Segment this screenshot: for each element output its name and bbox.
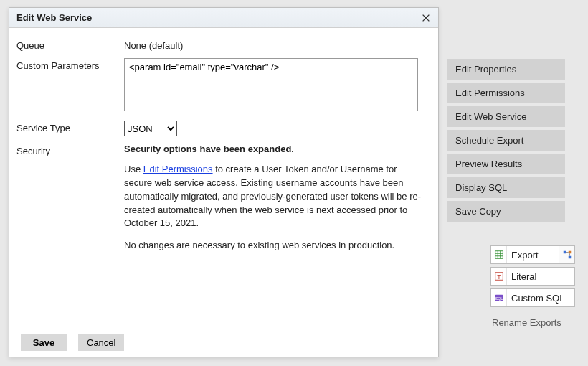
tool-export-split[interactable] (559, 246, 574, 263)
svg-text:T: T (497, 273, 501, 281)
tool-export[interactable]: Export (490, 245, 575, 264)
dialog-title: Edit Web Service (16, 12, 419, 23)
security-p1-pre: Use (124, 164, 143, 174)
label-queue: Queue (16, 38, 124, 51)
side-item-edit-permissions[interactable]: Edit Permissions (447, 83, 565, 103)
dialog-header: Edit Web Service (9, 8, 438, 28)
label-custom-params: Custom Parameters (16, 58, 124, 71)
row-custom-params: Custom Parameters (16, 58, 427, 113)
tool-custom-sql[interactable]: SQL Custom SQL (490, 288, 575, 307)
side-item-label: Edit Permissions (455, 88, 525, 98)
svg-text:SQL: SQL (495, 296, 503, 301)
rename-exports-row: Rename Exports (490, 317, 575, 328)
side-item-display-sql[interactable]: Display SQL (447, 177, 565, 198)
tool-literal[interactable]: T Literal (490, 267, 575, 286)
svg-rect-1 (563, 251, 566, 254)
tools-panel: Export T Literal SQL Custom SQL (490, 245, 575, 328)
security-paragraph-2: No changes are necessary to existing web… (124, 239, 425, 253)
close-button[interactable] (419, 11, 432, 24)
close-icon (421, 13, 431, 23)
side-item-edit-properties[interactable]: Edit Properties (447, 59, 565, 80)
side-item-label: Edit Properties (455, 64, 516, 75)
tool-label: Export (507, 246, 559, 263)
side-item-preview-results[interactable]: Preview Results (447, 154, 565, 174)
save-button[interactable]: Save (21, 334, 67, 351)
row-queue: Queue None (default) (16, 38, 427, 51)
side-menu: Edit Properties Edit Permissions Edit We… (447, 59, 565, 225)
label-service-type: Service Type (16, 121, 124, 133)
flow-icon (562, 250, 572, 260)
edit-web-service-dialog: Edit Web Service Queue None (default) Cu… (9, 7, 439, 357)
svg-rect-0 (495, 251, 503, 259)
side-item-save-copy[interactable]: Save Copy (447, 201, 565, 222)
sql-icon: SQL (491, 289, 507, 306)
svg-rect-2 (568, 251, 571, 254)
side-item-schedule-export[interactable]: Schedule Export (447, 130, 565, 151)
rename-exports-link[interactable]: Rename Exports (492, 317, 561, 328)
side-item-label: Save Copy (455, 206, 501, 217)
svg-rect-3 (568, 256, 571, 259)
service-type-select[interactable]: JSON (124, 121, 177, 136)
custom-params-input[interactable] (124, 58, 418, 111)
security-block: Security options have been expanded. Use… (124, 144, 427, 261)
dialog-footer: Save Cancel (21, 334, 124, 351)
security-paragraph-1: Use Edit Permissions to create a User To… (124, 163, 425, 230)
tool-label: Literal (507, 268, 574, 285)
text-icon: T (491, 268, 507, 285)
dialog-body: Queue None (default) Custom Parameters S… (9, 28, 438, 261)
tool-label: Custom SQL (507, 289, 574, 306)
edit-permissions-link[interactable]: Edit Permissions (143, 164, 213, 174)
side-item-edit-web-service[interactable]: Edit Web Service (447, 106, 565, 127)
row-service-type: Service Type JSON (16, 121, 427, 136)
grid-icon (491, 246, 507, 263)
row-security: Security Security options have been expa… (16, 144, 427, 261)
cancel-button[interactable]: Cancel (78, 334, 124, 351)
value-queue: None (default) (124, 38, 427, 51)
label-security: Security (16, 144, 124, 156)
side-item-label: Edit Web Service (455, 111, 526, 122)
security-heading: Security options have been expanded. (124, 144, 427, 154)
side-item-label: Preview Results (455, 159, 522, 169)
side-item-label: Display SQL (455, 182, 507, 193)
side-item-label: Schedule Export (455, 135, 523, 146)
